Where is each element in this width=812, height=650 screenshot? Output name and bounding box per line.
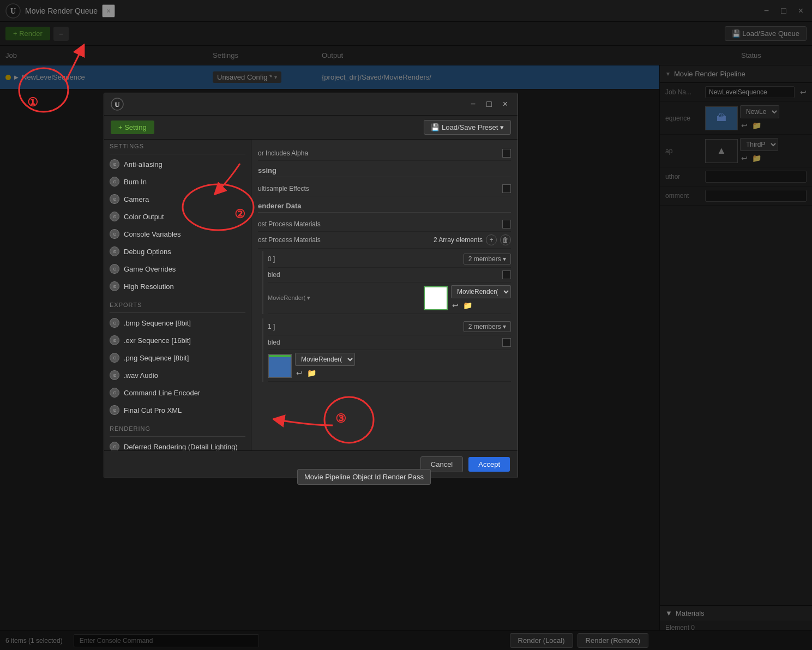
rendering-section-label: RENDERING bbox=[104, 422, 251, 435]
renderer-data-title: enderer Data bbox=[258, 202, 511, 213]
remove-element-button[interactable]: 🗑 bbox=[500, 234, 511, 245]
modal-minimize-button[interactable]: − bbox=[467, 98, 479, 110]
color-output-label: Color Output bbox=[124, 213, 164, 221]
sidebar-item-final-cut-pro[interactable]: ⊙ Final Cut Pro XML bbox=[104, 401, 251, 419]
sidebar-item-debug-options[interactable]: ⊙ Debug Options bbox=[104, 243, 251, 260]
sidebar-item-game-overrides[interactable]: ⊙ Game Overrides bbox=[104, 260, 251, 278]
post-process2-row: ost Process Materials 2 Array elements +… bbox=[258, 232, 511, 249]
member1-bled-row: bled bbox=[268, 268, 511, 282]
multisample-row: ultisample Effects bbox=[258, 182, 511, 196]
modal-footer: Cancel Accept bbox=[104, 450, 518, 478]
sidebar-item-console-variables[interactable]: ⊙ Console Variables bbox=[104, 225, 251, 243]
anti-aliasing-label: Anti-aliasing bbox=[124, 160, 163, 168]
material1-controls: MovieRender( ↩ 📁 bbox=[424, 285, 511, 311]
console-variables-icon: ⊙ bbox=[110, 229, 119, 239]
sidebar-item-command-line-encoder[interactable]: ⊙ Command Line Encoder bbox=[104, 384, 251, 401]
command-line-encoder-label: Command Line Encoder bbox=[124, 389, 200, 397]
member1-count: 2 members bbox=[468, 255, 501, 263]
sidebar-item-anti-aliasing[interactable]: ⊙ Anti-aliasing bbox=[104, 155, 251, 173]
member2-section: 1 ] 2 members ▾ bled bbox=[262, 318, 511, 382]
member2-header-row: 1 ] 2 members ▾ bbox=[268, 318, 511, 335]
material2-preview bbox=[268, 354, 292, 378]
sidebar-item-deferred-detail[interactable]: ⊙ Deferred Rendering (Detail Lighting) bbox=[104, 438, 251, 450]
sidebar-item-burn-in[interactable]: ⊙ Burn In bbox=[104, 173, 251, 190]
settings-list: SETTINGS ⊙ Anti-aliasing ⊙ Burn In ⊙ Cam… bbox=[104, 140, 251, 450]
modal-body: SETTINGS ⊙ Anti-aliasing ⊙ Burn In ⊙ Cam… bbox=[104, 140, 518, 450]
burn-in-icon: ⊙ bbox=[110, 177, 119, 186]
exr-label: .exr Sequence [16bit] bbox=[124, 336, 191, 345]
modal-close-button[interactable]: × bbox=[500, 98, 511, 110]
includes-alpha-row: or Includes Alpha bbox=[258, 146, 511, 161]
multisample-label: ultisample Effects bbox=[258, 185, 497, 192]
deferred-detail-label: Deferred Rendering (Detail Lighting) bbox=[124, 443, 238, 451]
wav-icon: ⊙ bbox=[110, 370, 119, 380]
post-process1-label: ost Process Materials bbox=[258, 220, 497, 228]
ssing-title: ssing bbox=[258, 166, 511, 177]
burn-in-label: Burn In bbox=[124, 178, 147, 186]
game-overrides-icon: ⊙ bbox=[110, 264, 119, 274]
material1-back-icon[interactable]: ↩ bbox=[451, 300, 460, 311]
add-setting-button[interactable]: + Setting bbox=[111, 121, 154, 134]
multisample-checkbox[interactable] bbox=[502, 184, 511, 193]
settings-divider bbox=[110, 154, 245, 154]
array-elements-row: 2 Array elements + 🗑 bbox=[434, 234, 511, 245]
modal-title-bar: U − □ × bbox=[104, 93, 518, 116]
sidebar-item-exr[interactable]: ⊙ .exr Sequence [16bit] bbox=[104, 332, 251, 349]
member2-bled-label: bled bbox=[268, 339, 497, 346]
material1-select[interactable]: MovieRender( bbox=[451, 285, 511, 298]
modal-maximize-button[interactable]: □ bbox=[483, 98, 495, 110]
high-resolution-icon: ⊙ bbox=[110, 281, 119, 291]
bmp-icon: ⊙ bbox=[110, 318, 119, 328]
material2-select[interactable]: MovieRender( bbox=[295, 353, 355, 366]
exports-section-label: EXPORTS bbox=[104, 298, 251, 311]
member1-bled-label: bled bbox=[268, 271, 497, 279]
final-cut-pro-label: Final Cut Pro XML bbox=[124, 406, 182, 414]
material2-folder-icon[interactable]: 📁 bbox=[306, 368, 317, 378]
member1-index-label: 0 ] bbox=[268, 255, 458, 263]
debug-options-label: Debug Options bbox=[124, 248, 171, 256]
debug-options-icon: ⊙ bbox=[110, 246, 119, 256]
camera-label: Camera bbox=[124, 195, 149, 203]
sidebar-item-color-output[interactable]: ⊙ Color Output bbox=[104, 208, 251, 225]
rendering-divider bbox=[110, 436, 245, 437]
member1-header-row: 0 ] 2 members ▾ bbox=[268, 251, 511, 268]
member1-section: 0 ] 2 members ▾ bled MovieRender( ▾ bbox=[262, 251, 511, 314]
renderer-data-section: enderer Data ost Process Materials ost P… bbox=[258, 202, 511, 382]
member1-expand-button[interactable]: 2 members ▾ bbox=[464, 254, 511, 264]
array-elements-text: 2 Array elements bbox=[434, 236, 483, 244]
load-save-preset-button[interactable]: 💾 Load/Save Preset ▾ bbox=[424, 120, 511, 135]
material2-back-icon[interactable]: ↩ bbox=[295, 368, 304, 378]
settings-section-label: SETTINGS bbox=[104, 140, 251, 153]
sidebar-item-camera[interactable]: ⊙ Camera bbox=[104, 190, 251, 208]
png-label: .png Sequence [8bit] bbox=[124, 354, 189, 362]
includes-alpha-checkbox[interactable] bbox=[502, 149, 511, 158]
camera-icon: ⊙ bbox=[110, 194, 119, 204]
color-output-icon: ⊙ bbox=[110, 212, 119, 221]
member1-bled-checkbox[interactable] bbox=[502, 270, 511, 279]
sidebar-item-wav[interactable]: ⊙ .wav Audio bbox=[104, 366, 251, 384]
member2-bled-checkbox[interactable] bbox=[502, 338, 511, 347]
member2-index-label: 1 ] bbox=[268, 323, 458, 330]
command-line-encoder-icon: ⊙ bbox=[110, 388, 119, 398]
sidebar-item-high-resolution[interactable]: ⊙ High Resolution bbox=[104, 278, 251, 295]
member2-expand-button[interactable]: 2 members ▾ bbox=[464, 321, 511, 332]
add-element-button[interactable]: + bbox=[486, 234, 497, 245]
sidebar-item-bmp[interactable]: ⊙ .bmp Sequence [8bit] bbox=[104, 314, 251, 332]
exports-divider bbox=[110, 312, 245, 313]
game-overrides-label: Game Overrides bbox=[124, 265, 176, 273]
settings-modal: U − □ × + Setting 💾 Load/Save Preset ▾ S… bbox=[104, 93, 518, 478]
accept-button[interactable]: Accept bbox=[468, 457, 510, 472]
exr-icon: ⊙ bbox=[110, 335, 119, 345]
member2-bled-row: bled bbox=[268, 335, 511, 350]
material1-preview bbox=[424, 286, 448, 310]
cancel-button[interactable]: Cancel bbox=[420, 456, 463, 472]
ssing-section: ssing ultisample Effects bbox=[258, 166, 511, 196]
material1-label: MovieRender( ▾ bbox=[268, 294, 418, 302]
sidebar-item-png[interactable]: ⊙ .png Sequence [8bit] bbox=[104, 349, 251, 366]
post-process1-row: ost Process Materials bbox=[258, 217, 511, 232]
modal-logo-icon: U bbox=[111, 98, 124, 111]
post-process1-checkbox[interactable] bbox=[502, 220, 511, 228]
material1-folder-icon[interactable]: 📁 bbox=[462, 300, 473, 311]
anti-aliasing-icon: ⊙ bbox=[110, 159, 119, 169]
modal-toolbar: + Setting 💾 Load/Save Preset ▾ bbox=[104, 116, 518, 140]
